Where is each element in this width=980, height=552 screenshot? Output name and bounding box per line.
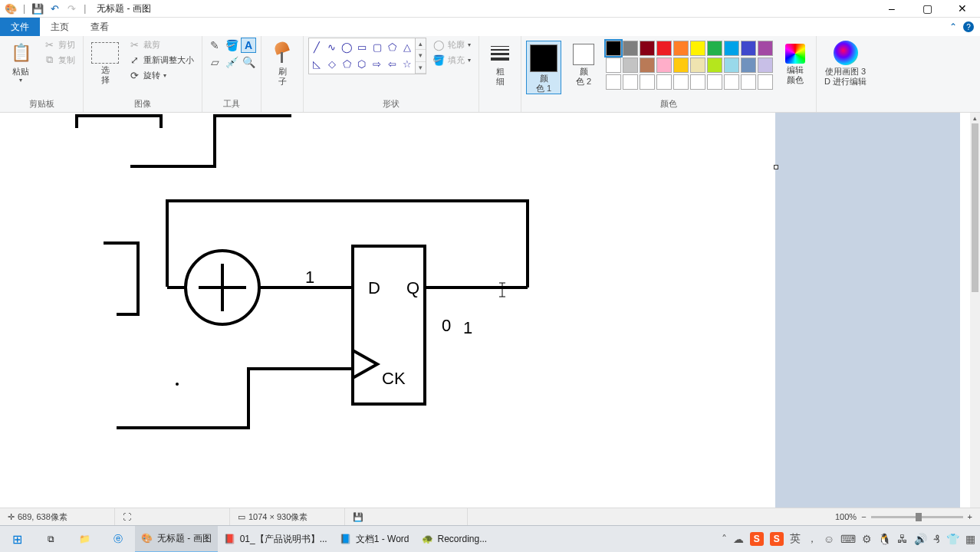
canvas-area[interactable]: 1 D Q 0 1 CK <box>0 113 970 525</box>
taskbar-app-pdf[interactable]: 📕01_【产品说明书】... <box>218 526 334 553</box>
undo-icon[interactable]: ↶ <box>48 2 61 15</box>
shape-outline-button[interactable]: ◯轮廓▾ <box>429 38 474 51</box>
scroll-up-icon[interactable]: ▴ <box>970 113 980 123</box>
explorer-button[interactable]: 📁 <box>67 526 101 553</box>
custom-color-slot[interactable] <box>741 74 756 90</box>
minimize-button[interactable]: – <box>874 0 909 18</box>
taskbar-app-word[interactable]: 📘文档1 - Word <box>334 526 416 553</box>
shape-rect[interactable]: ▭ <box>354 38 370 55</box>
custom-color-slot[interactable] <box>606 74 621 90</box>
start-button[interactable]: ⊞ <box>0 526 34 553</box>
shape-larrow[interactable]: ⇦ <box>385 55 400 72</box>
ime-keyboard-icon[interactable]: ⌨ <box>840 533 856 545</box>
taskbar-app-rec[interactable]: 🐢Recording... <box>416 526 494 553</box>
tray-onedrive-icon[interactable]: ☁ <box>733 533 744 545</box>
sogou-ime-icon2[interactable]: S <box>770 532 784 546</box>
shape-line[interactable]: ╱ <box>309 38 324 55</box>
tray-volume-icon[interactable]: 🔊 <box>914 533 927 545</box>
color-swatch[interactable] <box>606 58 621 73</box>
gallery-down-icon[interactable]: ▾ <box>416 50 426 61</box>
color-swatch[interactable] <box>640 58 655 73</box>
edit-colors-button[interactable]: 编辑 颜色 <box>779 41 811 85</box>
size-button[interactable]: 粗 细 <box>484 38 516 87</box>
tray-up-icon[interactable]: ˄ <box>722 533 727 545</box>
resize-button[interactable]: ⤢重新调整大小 <box>125 53 197 67</box>
color-swatch[interactable] <box>741 58 756 73</box>
paste-button[interactable]: 📋 粘贴 ▾ <box>5 38 37 84</box>
shape-hex[interactable]: ⬡ <box>354 55 370 72</box>
color-swatch[interactable] <box>690 58 705 73</box>
canvas-drawing[interactable]: 1 D Q 0 1 CK <box>0 113 775 504</box>
copy-button[interactable]: ⧉复制 <box>40 53 78 67</box>
color-swatch[interactable] <box>758 58 773 73</box>
custom-color-slot[interactable] <box>623 74 638 90</box>
tray-qq-icon[interactable]: 🐧 <box>878 533 891 545</box>
help-icon[interactable]: ? <box>963 21 974 32</box>
shape-oval[interactable]: ◯ <box>339 38 354 55</box>
color-swatch[interactable] <box>673 58 689 73</box>
color-swatch[interactable] <box>656 41 672 56</box>
bucket-tool[interactable]: 🪣 <box>224 38 239 53</box>
shapes-gallery[interactable]: ╱ ∿ ◯ ▭ ▢ ⬠ △ ◺ ◇ ⬠ ⬡ ⇨ ⇦ ☆ <box>308 38 416 74</box>
cut-button[interactable]: ✂剪切 <box>40 38 78 51</box>
custom-color-slot[interactable] <box>673 74 689 90</box>
shape-poly[interactable]: ⬠ <box>385 38 400 55</box>
gallery-up-icon[interactable]: ▴ <box>416 38 426 50</box>
redo-icon[interactable]: ↷ <box>65 2 77 15</box>
collapse-ribbon-icon[interactable]: ⌃ <box>949 21 957 32</box>
color-swatch[interactable] <box>707 41 722 56</box>
tray-grid-icon[interactable]: ▦ <box>965 533 975 545</box>
scroll-thumb[interactable] <box>972 123 978 292</box>
zoom-slider[interactable] <box>871 516 963 518</box>
color-swatch[interactable] <box>656 58 672 73</box>
magnifier-tool[interactable]: 🔍 <box>241 54 256 70</box>
shape-star[interactable]: ☆ <box>400 55 415 72</box>
tray-network-icon[interactable]: 🖧 <box>897 533 908 545</box>
custom-color-slot[interactable] <box>690 74 705 90</box>
eyedropper-tool[interactable]: 💉 <box>224 54 239 70</box>
tab-file[interactable]: 文件 <box>0 18 40 36</box>
taskview-button[interactable]: ⧉ <box>34 526 67 553</box>
shape-tri[interactable]: △ <box>400 38 415 55</box>
eraser-tool[interactable]: ▱ <box>207 54 222 70</box>
resize-handle-right[interactable] <box>774 165 778 169</box>
color-swatch[interactable] <box>673 41 689 56</box>
close-button[interactable]: ✕ <box>945 0 980 18</box>
color2-button[interactable]: 颜 色 2 <box>567 41 600 87</box>
shape-roundrect[interactable]: ▢ <box>370 38 385 55</box>
crop-button[interactable]: ✂裁剪 <box>125 38 197 51</box>
shape-curve[interactable]: ∿ <box>324 38 340 55</box>
select-button[interactable]: 选 择 <box>88 38 122 85</box>
color-swatch[interactable] <box>724 41 739 56</box>
ime-lang[interactable]: 英 <box>790 532 801 546</box>
edge-button[interactable]: ⓔ <box>101 526 135 553</box>
color1-button[interactable]: 颜 色 1 <box>526 41 561 94</box>
brush-button[interactable]: 刷 子 <box>266 38 298 87</box>
gallery-more-icon[interactable]: ▾ <box>416 62 426 74</box>
save-icon[interactable]: 💾 <box>31 2 44 15</box>
text-tool[interactable]: A <box>241 38 256 53</box>
shape-rarrow[interactable]: ⇨ <box>370 55 385 72</box>
maximize-button[interactable]: ▢ <box>909 0 945 18</box>
taskbar-app-paint[interactable]: 🎨无标题 - 画图 <box>135 526 218 553</box>
tray-tshirt-icon[interactable]: 👕 <box>946 533 959 545</box>
ime-comma-icon[interactable]: ， <box>807 532 817 546</box>
custom-color-slot[interactable] <box>707 74 722 90</box>
pencil-tool[interactable]: ✎ <box>207 38 222 53</box>
zoom-in-button[interactable]: + <box>968 512 972 521</box>
zoom-out-button[interactable]: − <box>861 512 866 521</box>
tab-home[interactable]: 主页 <box>40 18 80 36</box>
custom-color-slot[interactable] <box>656 74 672 90</box>
ime-face-icon[interactable]: ☺ <box>824 533 834 545</box>
color-swatch[interactable] <box>758 41 773 56</box>
shape-diamond[interactable]: ◇ <box>324 55 340 72</box>
color-swatch[interactable] <box>690 41 705 56</box>
color-swatch[interactable] <box>623 41 638 56</box>
shape-rtri[interactable]: ◺ <box>309 55 324 72</box>
color-swatch[interactable] <box>724 58 739 73</box>
sogou-ime-icon[interactable]: S <box>750 532 764 546</box>
tab-view[interactable]: 查看 <box>80 18 120 36</box>
tray-lang-icon[interactable]: ₰ <box>933 533 940 545</box>
color-swatch[interactable] <box>707 58 722 73</box>
custom-color-slot[interactable] <box>724 74 739 90</box>
